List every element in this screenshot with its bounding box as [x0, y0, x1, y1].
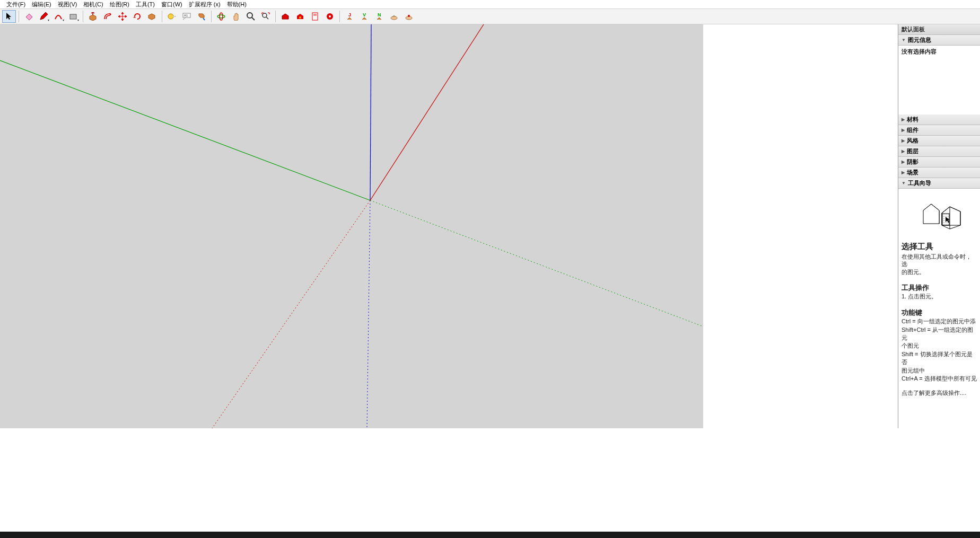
instructor-keys-title: 功能键 — [902, 308, 977, 317]
tape-tool[interactable] — [165, 10, 179, 23]
menu-view[interactable]: 视图(V) — [55, 1, 81, 8]
shadows-label: 阴影 — [907, 158, 918, 166]
toolbar-separator — [339, 11, 340, 22]
paint-tool[interactable] — [195, 10, 208, 23]
menu-draw[interactable]: 绘图(R) — [107, 1, 133, 8]
default-tray: 默认面板 ▼ 图元信息 没有选择内容 ▶ 材料 ▶ 组件 ▶ 风格 ▶ 图层 ▶… — [898, 24, 980, 428]
toolbar-separator — [211, 11, 212, 22]
menu-edit[interactable]: 编辑(E) — [29, 1, 55, 8]
layout-tool[interactable] — [308, 10, 322, 23]
svg-rect-2 — [173, 16, 176, 17]
instructor-key2: Shift+Ctrl = 从一组选定的图元 个图元 — [902, 326, 977, 350]
menu-extensions[interactable]: 扩展程序 (x) — [186, 1, 224, 8]
phototextures-tool[interactable]: N — [372, 10, 386, 23]
eraser-tool[interactable] — [22, 10, 36, 23]
layout-icon — [311, 12, 319, 21]
photo-n-icon: N — [375, 12, 383, 21]
rotate-tool[interactable] — [130, 10, 144, 23]
components-header[interactable]: ▶ 组件 — [898, 125, 980, 136]
svg-line-22 — [0, 60, 370, 200]
toolbar-separator — [83, 11, 83, 22]
layers-label: 图层 — [907, 147, 918, 155]
instructor-more-link[interactable]: 点击了解更多高级操作.... — [902, 389, 977, 397]
scale-tool[interactable] — [145, 10, 159, 23]
extension-manager-tool[interactable] — [323, 10, 337, 23]
expand-right-icon: ▶ — [902, 170, 905, 175]
3dwarehouse-tool[interactable] — [278, 10, 292, 23]
components-label: 组件 — [907, 126, 918, 134]
offset-icon — [103, 13, 112, 20]
menu-file[interactable]: 文件(F) — [3, 1, 29, 8]
svg-point-8 — [262, 13, 267, 17]
scenes-header[interactable]: ▶ 场景 — [898, 167, 980, 178]
text-tool[interactable]: A1 — [180, 10, 194, 23]
svg-line-25 — [212, 200, 370, 428]
entity-info-header[interactable]: ▼ 图元信息 — [898, 35, 980, 46]
arc-tool[interactable] — [51, 10, 65, 23]
eraser-icon — [24, 13, 33, 20]
styles-header[interactable]: ▶ 风格 — [898, 136, 980, 146]
addlocation-tool[interactable]: J — [343, 10, 356, 23]
zoom-icon — [247, 12, 255, 21]
layers-header[interactable]: ▶ 图层 — [898, 146, 980, 157]
instructor-header[interactable]: ▼ 工具向导 — [898, 178, 980, 189]
toggle-terrain-tool[interactable]: V — [357, 10, 371, 23]
zoom-extents-tool[interactable] — [259, 10, 273, 23]
tray-title[interactable]: 默认面板 — [898, 24, 980, 35]
expand-right-icon: ▶ — [902, 138, 905, 143]
expand-right-icon: ▶ — [902, 149, 905, 154]
instructor-tool-title: 选择工具 — [902, 242, 977, 252]
expand-right-icon: ▶ — [902, 117, 905, 122]
materials-header[interactable]: ▶ 材料 — [898, 114, 980, 125]
instructor-illustration — [902, 193, 977, 235]
sandbox-tool-2[interactable] — [402, 10, 416, 23]
orbit-tool[interactable] — [214, 10, 228, 23]
viewport[interactable] — [0, 24, 703, 428]
arc-icon — [54, 13, 63, 20]
entity-info-panel: 没有选择内容 — [898, 46, 980, 114]
svg-point-7 — [247, 13, 252, 18]
svg-text:V: V — [363, 12, 366, 17]
hand-icon — [232, 12, 240, 21]
svg-line-21 — [367, 200, 370, 428]
menu-window[interactable]: 窗口(W) — [158, 1, 186, 8]
line-tool[interactable] — [37, 10, 50, 23]
select-tool[interactable] — [2, 10, 16, 23]
move-tool[interactable] — [116, 10, 129, 23]
extension-warehouse-tool[interactable] — [293, 10, 307, 23]
instructor-key4: Ctrl+A = 选择模型中所有可见 — [902, 375, 977, 383]
location-j-icon: J — [345, 12, 354, 21]
sandbox-tool-1[interactable] — [387, 10, 401, 23]
menu-tools[interactable]: 工具(T) — [133, 1, 158, 8]
pan-tool[interactable] — [229, 10, 243, 23]
scale-icon — [147, 12, 157, 21]
svg-text:N: N — [378, 12, 381, 17]
styles-label: 风格 — [907, 137, 918, 145]
shadows-header[interactable]: ▶ 阴影 — [898, 157, 980, 167]
menu-help[interactable]: 帮助(H) — [224, 1, 250, 8]
materials-label: 材料 — [907, 116, 918, 124]
instructor-label: 工具向导 — [908, 179, 931, 187]
svg-point-13 — [329, 15, 331, 17]
pushpull-icon — [88, 12, 98, 21]
instructor-tool-desc: 在使用其他工具或命令时，选 的图元。 — [902, 253, 977, 276]
svg-point-17 — [391, 16, 397, 20]
svg-point-9 — [299, 16, 301, 19]
menu-camera[interactable]: 相机(C) — [80, 1, 106, 8]
instructor-key3: Shift = 切换选择某个图元是否 图元组中 — [902, 350, 977, 375]
ext-warehouse-icon — [296, 13, 304, 20]
offset-tool[interactable] — [101, 10, 115, 23]
rotate-icon — [133, 12, 142, 21]
shapes-tool[interactable] — [66, 10, 80, 23]
svg-point-6 — [220, 13, 223, 20]
svg-point-1 — [168, 14, 173, 19]
zoom-tool[interactable] — [244, 10, 258, 23]
instructor-key1: Ctrl = 向一组选定的图元中添 — [902, 317, 977, 325]
cursor-icon — [5, 12, 13, 21]
toolbar-separator — [162, 11, 162, 22]
no-selection-text: 没有选择内容 — [902, 48, 977, 56]
warehouse-icon — [281, 13, 290, 20]
gear-icon — [326, 12, 334, 21]
pushpull-tool[interactable] — [86, 10, 100, 23]
orbit-icon — [217, 12, 225, 21]
